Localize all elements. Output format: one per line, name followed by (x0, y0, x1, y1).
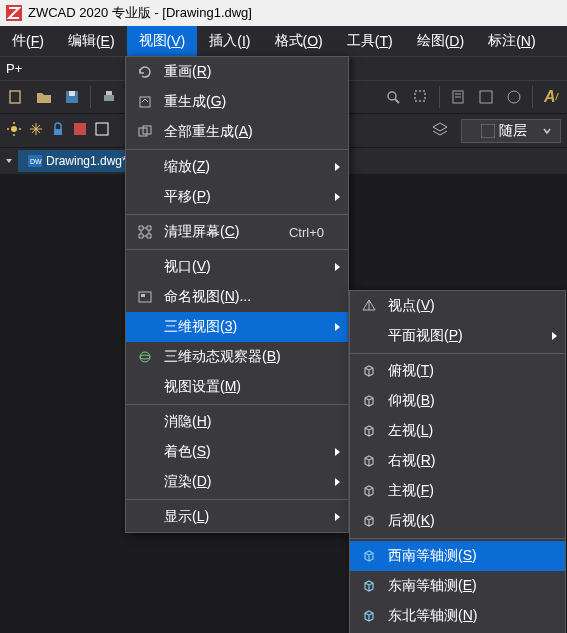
menu-separator (126, 404, 348, 405)
view-menu-item-2[interactable]: 全部重生成(A) (126, 117, 348, 147)
cube-icon (358, 363, 380, 379)
3dview-submenu-item-1[interactable]: 平面视图(P) (350, 321, 565, 351)
submenu-arrow-icon (335, 323, 340, 331)
submenu-arrow-icon (335, 193, 340, 201)
3dview-submenu-item-8[interactable]: 后视(K) (350, 506, 565, 536)
palette-icon[interactable] (504, 87, 524, 107)
new-icon[interactable] (6, 87, 26, 107)
3dview-submenu-item-7[interactable]: 主视(F) (350, 476, 565, 506)
menu-draw[interactable]: 绘图(D) (405, 26, 476, 56)
menu-file[interactable]: 件(F) (0, 26, 56, 56)
3dview-submenu-item-12[interactable]: 东北等轴测(N) (350, 601, 565, 631)
vpoint-icon (358, 298, 380, 314)
tool2-icon[interactable] (476, 87, 496, 107)
sun-icon[interactable] (6, 121, 22, 140)
freeze-icon[interactable] (28, 121, 44, 140)
zoom-window-icon[interactable] (411, 87, 431, 107)
open-icon[interactable] (34, 87, 54, 107)
tabs-expand-icon[interactable] (4, 156, 14, 166)
text-style-icon[interactable]: A/ (541, 87, 561, 107)
3dview-submenu-item-3[interactable]: 俯视(T) (350, 356, 565, 386)
svg-point-8 (388, 92, 396, 100)
cube-icon (358, 423, 380, 439)
window-title: ZWCAD 2020 专业版 - [Drawing1.dwg] (28, 4, 252, 22)
submenu-arrow-icon (335, 263, 340, 271)
menu-item-label: 着色(S) (164, 443, 211, 461)
menu-item-label: 命名视图(N)... (164, 288, 251, 306)
menu-item-label: 后视(K) (388, 512, 435, 530)
3dview-submenu-item-10[interactable]: 西南等轴测(S) (350, 541, 565, 571)
menu-shortcut: Ctrl+0 (269, 225, 324, 240)
view-menu-item-7[interactable]: 清理屏幕(C)Ctrl+0 (126, 217, 348, 247)
svg-rect-1 (10, 91, 20, 103)
sheet-icon[interactable] (448, 87, 468, 107)
cube-icon (358, 453, 380, 469)
menu-item-label: 东北等轴测(N) (388, 607, 477, 625)
submenu-arrow-icon (552, 332, 557, 340)
view-menu-item-11[interactable]: 三维视图(3) (126, 312, 348, 342)
cube-icon (358, 513, 380, 529)
menu-separator (350, 353, 565, 354)
layer-box-icon[interactable] (94, 121, 110, 140)
menu-separator (126, 249, 348, 250)
find-icon[interactable] (383, 87, 403, 107)
svg-rect-24 (481, 124, 495, 138)
bylayer-value: 随层 (499, 122, 527, 140)
svg-rect-3 (69, 91, 75, 96)
3dview-submenu-item-0[interactable]: 视点(V) (350, 291, 565, 321)
view-menu-item-15[interactable]: 消隐(H) (126, 407, 348, 437)
bylayer-combo[interactable]: 随层 (461, 119, 561, 143)
submenu-arrow-icon (335, 448, 340, 456)
menu-item-label: 仰视(B) (388, 392, 435, 410)
menu-insert[interactable]: 插入(I) (197, 26, 262, 56)
3dview-submenu-item-11[interactable]: 东南等轴测(E) (350, 571, 565, 601)
orbit-icon (134, 349, 156, 365)
menu-item-label: 缩放(Z) (164, 158, 210, 176)
view-menu-item-1[interactable]: 重生成(G) (126, 87, 348, 117)
menu-item-label: 视图设置(M) (164, 378, 241, 396)
menu-separator (126, 499, 348, 500)
menu-item-label: 视口(V) (164, 258, 211, 276)
layers-icon[interactable] (431, 121, 449, 140)
menu-separator (126, 149, 348, 150)
view-menu-item-4[interactable]: 缩放(Z) (126, 152, 348, 182)
menu-item-label: 三维动态观察器(B) (164, 348, 281, 366)
view-menu-item-5[interactable]: 平移(P) (126, 182, 348, 212)
view-menu-item-13[interactable]: 视图设置(M) (126, 372, 348, 402)
cube-icon (358, 483, 380, 499)
3dview-submenu-item-5[interactable]: 左视(L) (350, 416, 565, 446)
menu-format[interactable]: 格式(O) (263, 26, 335, 56)
print-icon[interactable] (99, 87, 119, 107)
svg-line-9 (395, 99, 399, 103)
menu-item-label: 重画(R) (164, 63, 211, 81)
svg-text:DWG: DWG (30, 158, 42, 165)
menu-dim[interactable]: 标注(N) (476, 26, 547, 56)
3dview-submenu-item-4[interactable]: 仰视(B) (350, 386, 565, 416)
svg-rect-22 (74, 123, 86, 135)
svg-rect-23 (96, 123, 108, 135)
submenu-arrow-icon (335, 513, 340, 521)
menu-item-label: 渲染(D) (164, 473, 211, 491)
view-menu-item-12[interactable]: 三维动态观察器(B) (126, 342, 348, 372)
svg-point-33 (140, 355, 150, 359)
cube-icon (358, 393, 380, 409)
svg-rect-31 (141, 294, 145, 297)
view-menu-item-17[interactable]: 渲染(D) (126, 467, 348, 497)
3dview-submenu-item-6[interactable]: 右视(R) (350, 446, 565, 476)
menu-edit[interactable]: 编辑(E) (56, 26, 127, 56)
menu-separator (350, 538, 565, 539)
menu-view[interactable]: 视图(V) (127, 26, 198, 56)
view-menu-item-9[interactable]: 视口(V) (126, 252, 348, 282)
color-icon[interactable] (72, 121, 88, 140)
view-menu-item-10[interactable]: 命名视图(N)... (126, 282, 348, 312)
save-icon[interactable] (62, 87, 82, 107)
lock-icon[interactable] (50, 121, 66, 140)
view-menu-item-16[interactable]: 着色(S) (126, 437, 348, 467)
doc-tab-drawing1[interactable]: DWG Drawing1.dwg* (18, 150, 137, 172)
menu-item-label: 平移(P) (164, 188, 211, 206)
view-menu-item-0[interactable]: 重画(R) (126, 57, 348, 87)
menu-item-label: 清理屏幕(C) (164, 223, 239, 241)
menu-tools[interactable]: 工具(T) (335, 26, 405, 56)
view-menu-dropdown: 重画(R)重生成(G)全部重生成(A)缩放(Z)平移(P)清理屏幕(C)Ctrl… (125, 56, 349, 533)
view-menu-item-19[interactable]: 显示(L) (126, 502, 348, 532)
